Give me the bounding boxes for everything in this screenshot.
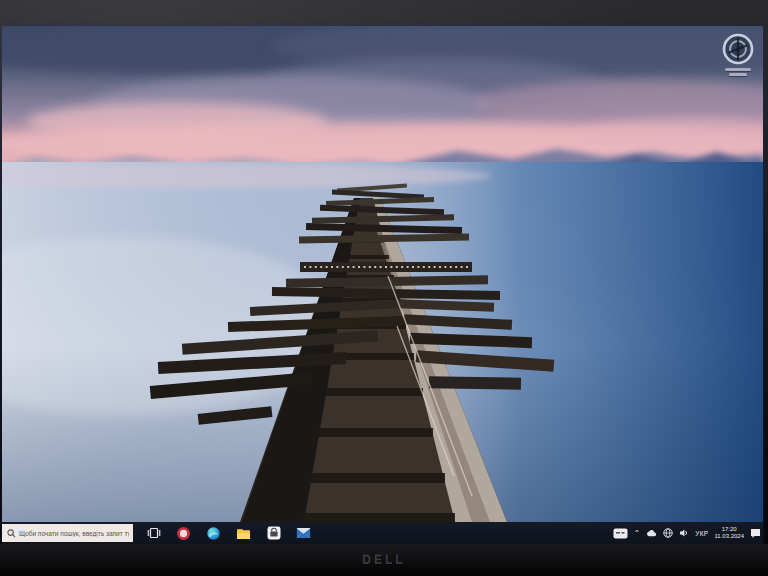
monitor-photo: ⌃ bbox=[0, 0, 768, 576]
desktop-shortcut[interactable] bbox=[721, 32, 755, 76]
mail-icon bbox=[296, 527, 311, 539]
network-tray[interactable] bbox=[663, 528, 673, 538]
hidden-icons-chevron[interactable]: ⌃ bbox=[634, 530, 641, 538]
task-view-icon bbox=[147, 526, 161, 540]
edge-browser-icon bbox=[206, 526, 221, 541]
file-explorer-button[interactable] bbox=[235, 525, 252, 542]
task-view-button[interactable] bbox=[145, 525, 162, 542]
shortcut-label-line bbox=[729, 73, 747, 76]
opera-browser-icon bbox=[176, 526, 191, 541]
tray-app-badge[interactable] bbox=[613, 528, 628, 539]
network-globe-icon bbox=[663, 528, 673, 538]
store-button[interactable] bbox=[265, 525, 282, 542]
speaker-icon bbox=[679, 528, 689, 538]
volume-tray[interactable] bbox=[679, 528, 689, 538]
wallpaper-scene bbox=[2, 26, 763, 522]
tray-date: 11.03.2024 bbox=[714, 533, 744, 540]
edge-browser-button[interactable] bbox=[205, 525, 222, 542]
magnifier-icon bbox=[7, 529, 16, 538]
round-emblem-icon bbox=[721, 32, 755, 66]
taskbar-app-icons bbox=[145, 525, 312, 542]
language-indicator[interactable]: УКР bbox=[695, 530, 708, 537]
cloud-icon bbox=[646, 529, 657, 537]
tray-clock[interactable]: 17:20 11.03.2024 bbox=[714, 526, 744, 540]
mail-button[interactable] bbox=[295, 525, 312, 542]
desktop-wallpaper bbox=[2, 26, 763, 522]
file-explorer-icon bbox=[236, 527, 251, 540]
tray-time: 17:20 bbox=[722, 526, 737, 533]
desktop-screen: ⌃ bbox=[2, 26, 763, 544]
tray-badge-icon bbox=[613, 528, 628, 539]
action-center[interactable] bbox=[750, 528, 761, 539]
onedrive-tray[interactable] bbox=[646, 529, 657, 537]
monitor-bezel: DELL bbox=[0, 544, 768, 576]
shortcut-label-line bbox=[725, 68, 751, 71]
store-icon bbox=[267, 526, 281, 540]
opera-browser-button[interactable] bbox=[175, 525, 192, 542]
action-center-icon bbox=[750, 528, 761, 539]
clouds bbox=[2, 26, 763, 166]
search-input[interactable] bbox=[19, 530, 129, 537]
system-tray: ⌃ bbox=[613, 526, 763, 540]
dell-logo: DELL bbox=[362, 553, 405, 567]
taskbar-search[interactable] bbox=[2, 524, 133, 542]
taskbar: ⌃ bbox=[2, 522, 763, 544]
